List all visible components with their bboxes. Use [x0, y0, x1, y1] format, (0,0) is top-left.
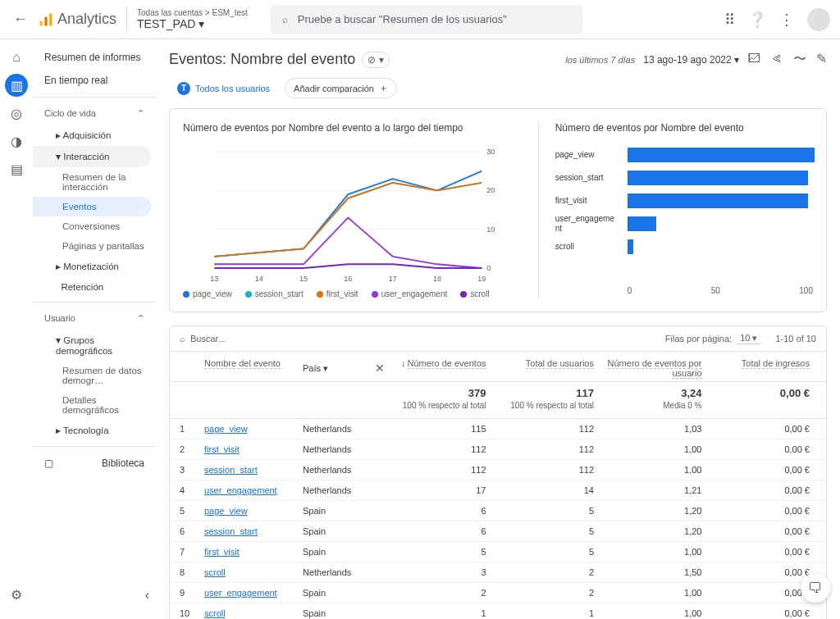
event-link[interactable]: session_start	[204, 465, 258, 475]
sidebar-item-conversiones[interactable]: Conversiones	[33, 216, 156, 236]
th-total-usuarios[interactable]: Total de usuarios	[526, 358, 594, 369]
event-link[interactable]: first_visit	[204, 547, 240, 557]
svg-text:19: 19	[477, 275, 486, 283]
rail-reports-icon[interactable]: ▥	[5, 74, 28, 97]
th-total-ingresos[interactable]: Total de ingresos	[742, 358, 810, 369]
nav-rail: ⌂ ▥ ◎ ◑ ▤ ⚙	[0, 39, 33, 619]
line-chart-title: Número de eventos por Nombre del evento …	[183, 122, 518, 134]
search-icon: ⌕	[180, 334, 185, 344]
apps-grid-icon[interactable]: ⠿	[724, 11, 735, 29]
sidebar-item-paginas[interactable]: Páginas y pantallas	[33, 236, 156, 256]
sidebar-item-resumen[interactable]: Resumen de informes	[33, 46, 156, 69]
table-card: ⌕Buscar... Filas por página: 10 ▾ 1-10 o…	[169, 325, 827, 619]
logo[interactable]: Analytics	[38, 11, 116, 28]
svg-rect-1	[44, 16, 47, 25]
line-chart-legend: page_viewsession_startfirst_visituser_en…	[183, 289, 518, 298]
rows-range-label: 1-10 of 10	[775, 334, 816, 344]
sidebar-section-ciclo[interactable]: Ciclo de vida⌃	[33, 102, 156, 125]
event-link[interactable]: page_view	[204, 424, 248, 434]
event-link[interactable]: user_engagement	[204, 485, 277, 495]
table-row: 6 session_start Spain 6 5 1,20 0,00 €	[170, 521, 826, 542]
rows-per-page-select[interactable]: 10 ▾	[737, 333, 760, 344]
edit-pencil-icon[interactable]: ✎	[816, 51, 827, 68]
event-link[interactable]: scroll	[204, 608, 226, 618]
search-icon: ⌕	[282, 14, 288, 25]
logo-text: Analytics	[57, 11, 116, 28]
chat-fab-icon[interactable]: 🗨	[801, 573, 830, 603]
sidebar-item-resumen-demo[interactable]: Resumen de datos demogr…	[33, 361, 156, 390]
title-edit-dropdown[interactable]: ⊘▾	[362, 52, 390, 68]
sidebar: Resumen de informes En tiempo real Ciclo…	[33, 39, 156, 619]
table-row: 1 page_view Netherlands 115 112 1,03 0,0…	[170, 419, 826, 439]
svg-text:15: 15	[299, 275, 308, 283]
sidebar-item-eventos[interactable]: Eventos	[33, 197, 151, 216]
table-body: 1 page_view Netherlands 115 112 1,03 0,0…	[170, 419, 826, 619]
event-link[interactable]: first_visit	[204, 444, 240, 454]
search-bar[interactable]: ⌕ Pruebe a buscar "Resumen de los usuari…	[271, 5, 582, 34]
sidebar-item-grupos[interactable]: ▾ Grupos demográficos	[33, 330, 156, 361]
bar-chart: page_viewsession_startfirst_visituser_en…	[555, 143, 813, 283]
account-selector[interactable]: Todas las cuentas > ESM_test TEST_PAD▾	[126, 7, 258, 32]
th-pais[interactable]: País ▾	[303, 363, 328, 374]
charts-card: Número de eventos por Nombre del evento …	[169, 108, 827, 312]
rail-ads-icon[interactable]: ◑	[5, 130, 28, 152]
table-row: 9 user_engagement Spain 2 2 1,00 0,00 €	[170, 583, 826, 603]
sidebar-item-monetizacion[interactable]: ▸ Monetización	[33, 256, 156, 277]
table-row: 3 session_start Netherlands 112 112 1,00…	[170, 460, 826, 480]
svg-text:13: 13	[210, 275, 218, 283]
collapse-sidebar-icon[interactable]: ‹	[145, 588, 149, 603]
sidebar-item-adquisicion[interactable]: ▸ Adquisición	[33, 125, 156, 146]
svg-text:14: 14	[255, 275, 263, 283]
svg-text:10: 10	[486, 225, 495, 234]
svg-text:0: 0	[486, 264, 491, 272]
event-link[interactable]: user_engagement	[204, 588, 277, 598]
table-search[interactable]: ⌕Buscar...	[180, 334, 659, 344]
app-header: ← Analytics Todas las cuentas > ESM_test…	[0, 0, 840, 39]
rail-configure-icon[interactable]: ▤	[5, 157, 28, 180]
rail-home-icon[interactable]: ⌂	[5, 46, 28, 69]
rail-settings-icon[interactable]: ⚙	[5, 583, 28, 606]
date-range-selector[interactable]: 13 ago-19 ago 2022 ▾	[643, 54, 739, 66]
sidebar-item-detalles-demo[interactable]: Detalles demográficos	[33, 390, 156, 420]
insights-icon[interactable]: 〜	[793, 51, 806, 68]
table-header: Nombre del evento País ▾✕ ↓Número de eve…	[170, 352, 826, 382]
svg-text:17: 17	[389, 275, 397, 283]
chevron-up-icon: ⌃	[137, 313, 144, 324]
chip-all-users[interactable]: TTodos los usuarios	[169, 79, 278, 98]
all-users-badge-icon: T	[177, 82, 190, 95]
event-link[interactable]: scroll	[204, 567, 226, 577]
sidebar-item-interaccion[interactable]: ▾ Interacción	[33, 146, 151, 167]
account-name: TEST_PAD	[137, 17, 195, 30]
customize-icon[interactable]: 🗠	[747, 51, 760, 68]
line-chart: 010203013ago141516171819	[183, 143, 518, 283]
rail-explore-icon[interactable]: ◎	[5, 102, 28, 125]
event-link[interactable]: page_view	[204, 506, 248, 516]
th-num-eventos[interactable]: Número de eventos	[408, 358, 486, 369]
remove-dimension-icon[interactable]: ✕	[375, 362, 385, 375]
date-preset-label: los últimos 7 días	[565, 55, 635, 65]
sort-down-icon: ↓	[401, 358, 406, 368]
content-area: Eventos: Nombre del evento ⊘▾ los último…	[156, 39, 840, 619]
sidebar-item-tiempo-real[interactable]: En tiempo real	[33, 69, 156, 92]
chip-add-comparison[interactable]: Añadir comparación＋	[285, 78, 397, 98]
sidebar-item-biblioteca[interactable]: ▢ Biblioteca	[33, 452, 156, 475]
event-link[interactable]: session_start	[204, 526, 258, 536]
analytics-logo-icon	[38, 11, 54, 28]
chevron-down-icon: ▾	[199, 17, 204, 30]
table-row: 2 first_visit Netherlands 112 112 1,00 0…	[170, 439, 826, 460]
plus-icon: ＋	[379, 82, 388, 94]
th-eventos-usuario[interactable]: Número de eventos por usuario	[608, 358, 702, 379]
search-placeholder: Pruebe a buscar "Resumen de los usuarios…	[298, 13, 507, 25]
sidebar-item-tecnologia[interactable]: ▸ Tecnología	[33, 420, 156, 441]
help-icon[interactable]: ❔	[748, 11, 766, 29]
th-nombre[interactable]: Nombre del evento	[204, 358, 281, 369]
sidebar-section-usuario[interactable]: Usuario⌃	[33, 307, 156, 330]
svg-text:20: 20	[486, 186, 495, 194]
avatar[interactable]	[807, 8, 830, 31]
more-vert-icon[interactable]: ⋮	[779, 11, 794, 29]
back-arrow-icon[interactable]: ←	[10, 7, 31, 31]
sidebar-item-retencion[interactable]: Retención	[33, 277, 156, 297]
svg-rect-2	[49, 13, 52, 25]
share-icon[interactable]: ⪡	[770, 51, 783, 68]
sidebar-item-resumen-interaccion[interactable]: Resumen de la interacción	[33, 167, 156, 197]
